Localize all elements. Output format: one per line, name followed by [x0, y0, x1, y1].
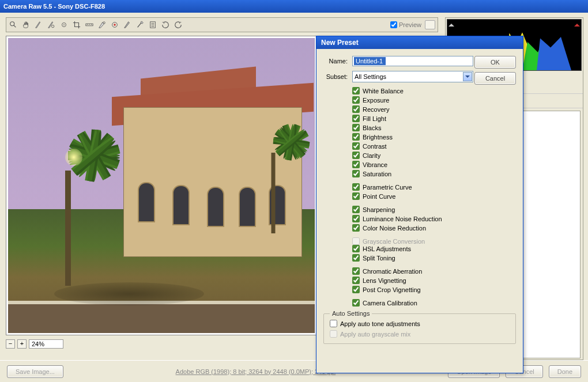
svg-point-11 [114, 24, 116, 26]
highlight-clip-icon[interactable] [574, 21, 580, 27]
done-button[interactable]: Done [549, 365, 581, 378]
subset-value: All Settings [355, 73, 386, 80]
rotate-ccw-icon[interactable] [161, 20, 170, 29]
chk-auto-tone[interactable]: Apply auto tone adjustments [330, 320, 510, 327]
svg-line-1 [14, 25, 16, 28]
spot-removal-icon[interactable] [97, 20, 107, 29]
hand-tool-icon[interactable] [21, 20, 31, 29]
chk-saturation[interactable]: Saturation [352, 170, 468, 177]
auto-settings-group: Auto Settings Apply auto tone adjustment… [323, 313, 516, 344]
zoom-in-button[interactable]: + [17, 339, 27, 349]
chk-grayscale: Grayscale Conversion [352, 237, 468, 245]
graduated-filter-icon[interactable] [135, 20, 145, 29]
dialog-title[interactable]: New Preset [316, 36, 523, 49]
wb-tool-icon[interactable] [34, 20, 43, 29]
fullscreen-icon[interactable] [425, 20, 435, 29]
chk-white-balance[interactable]: White Balance [352, 87, 468, 94]
chk-lens-vignetting[interactable]: Lens Vignetting [352, 277, 468, 284]
auto-legend: Auto Settings [330, 310, 372, 317]
target-adjust-icon[interactable] [59, 20, 69, 29]
chk-camera-calibration[interactable]: Camera Calibration [352, 299, 468, 307]
subset-select[interactable]: All Settings [352, 71, 473, 82]
chk-sharpening[interactable]: Sharpening [352, 206, 468, 213]
workarea: Preview [0, 13, 588, 382]
chk-hsl-adjustments[interactable]: HSL Adjustments [352, 245, 468, 252]
chk-recovery[interactable]: Recovery [352, 105, 468, 113]
chk-brightness[interactable]: Brightness [352, 133, 468, 141]
shadow-clip-icon[interactable] [448, 21, 454, 27]
preview-label: Preview [399, 21, 421, 28]
chk-exposure[interactable]: Exposure [352, 96, 468, 104]
chk-clarity[interactable]: Clarity [352, 152, 468, 159]
photo-preview [8, 38, 315, 333]
zoom-out-button[interactable]: − [6, 339, 15, 349]
chk-parametric-curve[interactable]: Parametric Curve [352, 183, 468, 191]
ok-button[interactable]: OK [474, 56, 516, 69]
adjustment-brush-icon[interactable] [123, 20, 132, 29]
chk-split-toning[interactable]: Split Toning [352, 254, 468, 262]
window-title: Camera Raw 5.5 - Sony DSC-F828 [3, 3, 105, 10]
straighten-tool-icon[interactable] [85, 20, 94, 29]
svg-point-0 [10, 22, 14, 26]
chk-point-curve[interactable]: Point Curve [352, 192, 468, 200]
color-sampler-icon[interactable] [47, 20, 56, 29]
chk-luminance-noise-reduction[interactable]: Luminance Noise Reduction [352, 215, 468, 222]
name-label: Name: [323, 58, 348, 65]
chk-chromatic-aberration[interactable]: Chromatic Aberration [352, 267, 468, 275]
zoom-percent[interactable]: 24% [29, 339, 63, 349]
preview-checkbox[interactable]: Preview [390, 21, 421, 28]
chk-contrast[interactable]: Contrast [352, 142, 468, 150]
redeye-tool-icon[interactable] [110, 20, 119, 29]
preview-canvas[interactable] [6, 36, 317, 335]
chk-color-noise-reduction[interactable]: Color Noise Reduction [352, 224, 468, 232]
svg-point-4 [63, 24, 65, 25]
chk-blacks[interactable]: Blacks [352, 124, 468, 131]
chk-auto-grayscale: Apply auto grayscale mix [330, 330, 510, 338]
save-image-button[interactable]: Save Image... [7, 365, 63, 378]
toolbar: Preview [6, 17, 438, 32]
chk-fill-light[interactable]: Fill Light [352, 115, 468, 122]
svg-point-2 [51, 25, 54, 27]
name-value: Untitled-1 [354, 57, 386, 65]
prefs-icon[interactable] [148, 20, 157, 29]
subset-label: Subset: [323, 73, 348, 80]
name-input[interactable]: Untitled-1 [352, 56, 473, 66]
crop-tool-icon[interactable] [72, 20, 81, 29]
chk-vibrance[interactable]: Vibrance [352, 161, 468, 168]
rotate-cw-icon[interactable] [174, 20, 183, 29]
dialog-cancel-button[interactable]: Cancel [474, 72, 516, 85]
chk-post-crop-vignetting[interactable]: Post Crop Vignetting [352, 286, 468, 293]
new-preset-dialog: New Preset OK Cancel Name: Untitled-1 Su… [316, 36, 523, 373]
workflow-link[interactable]: Adobe RGB (1998); 8 bit; 3264 by 2448 (0… [176, 368, 336, 375]
chevron-down-icon[interactable] [463, 72, 472, 81]
title-bar: Camera Raw 5.5 - Sony DSC-F828 [0, 0, 588, 13]
zoom-tool-icon[interactable] [9, 20, 18, 29]
